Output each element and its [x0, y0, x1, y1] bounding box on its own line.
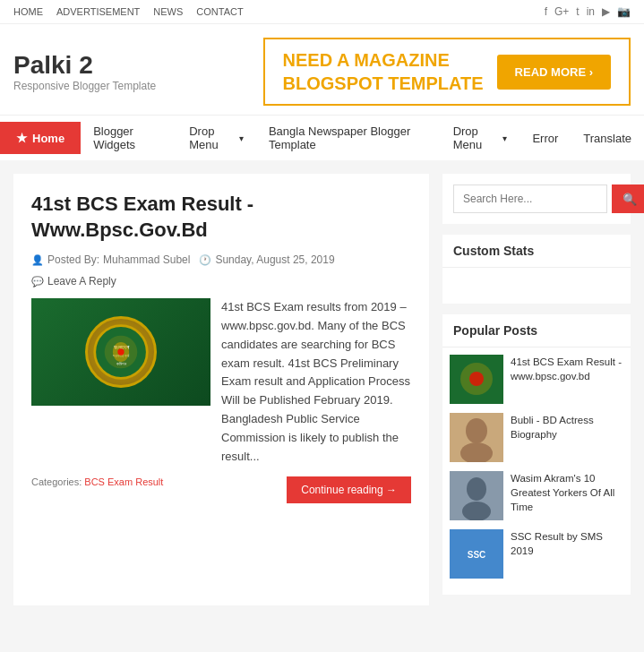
custom-stats-title: Custom Stats	[442, 235, 631, 268]
custom-stats-widget: Custom Stats	[442, 235, 631, 304]
svg-point-14	[467, 477, 486, 501]
categories-label: Categories:	[31, 476, 82, 487]
nav-home-link[interactable]: HOME	[13, 6, 43, 17]
youtube-icon[interactable]: ▶	[602, 5, 610, 18]
popular-post-title-0: 41st BCS Exam Result - www.bpsc.gov.bd	[511, 355, 623, 383]
nav-drop-menu-1[interactable]: Drop Menu ▾	[176, 116, 256, 160]
drop-menu-1-arrow-icon: ▾	[239, 133, 244, 143]
popular-post-item-0[interactable]: 41st BCS Exam Result - www.bpsc.gov.bd	[450, 355, 623, 404]
popular-post-thumb-1	[450, 413, 503, 462]
continue-reading-button[interactable]: Continue reading →	[287, 476, 411, 503]
linkedin-icon[interactable]: in	[587, 5, 595, 18]
search-input[interactable]	[453, 184, 607, 213]
svg-point-11	[466, 418, 487, 443]
popular-posts-title: Popular Posts	[442, 314, 631, 347]
author-icon	[31, 253, 44, 266]
svg-point-6	[117, 349, 124, 356]
article-categories: Categories: BCS Exam Result Continue rea…	[31, 476, 411, 503]
nav-translate[interactable]: Translate	[571, 123, 644, 154]
nav-drop-menu-2[interactable]: Drop Menu ▾	[441, 116, 520, 160]
search-widget: 🔍	[442, 174, 631, 224]
home-star-icon: ★	[16, 131, 28, 145]
ad-read-more-button[interactable]: READ MORE ›	[497, 55, 611, 90]
popular-posts-widget: Popular Posts 41st BCS Exam Result - www…	[442, 314, 631, 595]
ad-text-line1: NEED A	[283, 50, 355, 70]
facebook-icon[interactable]: f	[545, 5, 547, 18]
ad-text: NEED A MAGAZINE BLOGSPOT TEMPLATE	[283, 48, 484, 95]
author-label: Posted By:	[47, 253, 99, 266]
popular-post-thumb-img-1	[450, 413, 503, 462]
popular-posts-list: 41st BCS Exam Result - www.bpsc.gov.bd B…	[442, 347, 631, 595]
nav-advertisement-link[interactable]: ADVERTISEMENT	[56, 6, 140, 17]
popular-post-item-2[interactable]: Wasim Akram's 10 Greatest Yorkers Of All…	[450, 471, 623, 520]
popular-post-thumb-3: SSC	[450, 529, 503, 579]
home-nav-label: Home	[32, 132, 64, 145]
article-author: Posted By: Muhammad Subel	[31, 253, 190, 266]
comment-icon	[31, 275, 44, 287]
drop-menu-1-label: Drop Menu	[189, 124, 236, 151]
popular-post-title-2: Wasim Akram's 10 Greatest Yorkers Of All…	[511, 471, 623, 514]
article-title: 41st BCS Exam Result - Www.Bpsc.Gov.Bd	[31, 192, 411, 243]
nav-error[interactable]: Error	[519, 123, 571, 154]
date-icon	[199, 253, 211, 266]
header-advertisement: NEED A MAGAZINE BLOGSPOT TEMPLATE READ M…	[263, 38, 631, 106]
search-button[interactable]: 🔍	[612, 184, 644, 213]
article-date: Sunday, August 25, 2019	[199, 253, 334, 266]
ad-text-line2: BLOGSPOT TEMPLATE	[283, 73, 484, 93]
article-body: বাংলাদেশ সরকারি কর্ম কমিশন 41st BCS Exam…	[31, 298, 411, 466]
svg-point-15	[462, 502, 491, 520]
author-name: Muhammad Subel	[103, 253, 190, 266]
content-wrapper: 41st BCS Exam Result - Www.Bpsc.Gov.Bd P…	[0, 160, 644, 619]
svg-point-9	[469, 372, 484, 386]
nav-bangla-newspaper[interactable]: Bangla Newspaper Blogger Template	[256, 116, 441, 160]
top-navigation: HOME ADVERTISEMENT NEWS CONTACT f G+ t i…	[0, 0, 644, 24]
article-meta: Posted By: Muhammad Subel Sunday, August…	[31, 253, 411, 287]
sidebar: 🔍 Custom Stats Popular Posts	[442, 174, 631, 605]
svg-text:SSC: SSC	[468, 550, 486, 560]
popular-post-thumb-img-2	[450, 471, 503, 520]
instagram-icon[interactable]: 📷	[617, 5, 631, 18]
drop-menu-2-arrow-icon: ▾	[502, 133, 507, 143]
main-navigation: ★ Home Blogger Widgets Drop Menu ▾ Bangl…	[0, 115, 644, 160]
site-title: Palki 2	[13, 51, 156, 80]
twitter-icon[interactable]: t	[576, 5, 579, 18]
custom-stats-content	[442, 268, 631, 304]
popular-post-thumb-2	[450, 471, 503, 520]
main-content: 41st BCS Exam Result - Www.Bpsc.Gov.Bd P…	[13, 174, 429, 605]
svg-text:কমিশন: কমিশন	[116, 362, 127, 366]
category-exam-result[interactable]: Exam Result	[107, 476, 163, 487]
article-image: বাংলাদেশ সরকারি কর্ম কমিশন	[31, 298, 210, 406]
article-text-preview: 41st BCS Exam results from 2019 – www.bp…	[221, 298, 411, 466]
site-branding: Palki 2 Responsive Blogger Template	[13, 51, 156, 92]
home-nav-button[interactable]: ★ Home	[0, 122, 81, 154]
googleplus-icon[interactable]: G+	[554, 5, 569, 18]
popular-post-thumb-img-3: SSC	[450, 529, 503, 579]
drop-menu-2-label: Drop Menu	[453, 124, 500, 151]
nav-blogger-widgets[interactable]: Blogger Widgets	[81, 116, 176, 160]
top-nav-links: HOME ADVERTISEMENT NEWS CONTACT	[13, 6, 244, 17]
site-tagline: Responsive Blogger Template	[13, 80, 156, 92]
bpsc-emblem: বাংলাদেশ সরকারি কর্ম কমিশন	[85, 316, 157, 388]
social-icons: f G+ t in ▶ 📷	[545, 5, 631, 18]
popular-post-thumb-img-0	[450, 355, 503, 404]
ad-text-highlight: MAGAZINE	[354, 50, 450, 70]
popular-post-thumb-0	[450, 355, 503, 404]
nav-news-link[interactable]: NEWS	[153, 6, 183, 17]
nav-contact-link[interactable]: CONTACT	[196, 6, 243, 17]
popular-post-item-3[interactable]: SSC SSC Result by SMS 2019	[450, 529, 623, 579]
popular-post-title-3: SSC Result by SMS 2019	[511, 529, 623, 558]
popular-post-item-1[interactable]: Bubli - BD Actress Biography	[450, 413, 623, 462]
site-header: Palki 2 Responsive Blogger Template NEED…	[0, 24, 644, 115]
article-image-placeholder: বাংলাদেশ সরকারি কর্ম কমিশন	[31, 298, 210, 406]
comment-label: Leave A Reply	[47, 275, 116, 287]
category-bcs[interactable]: BCS	[84, 476, 105, 487]
popular-post-title-1: Bubli - BD Actress Biography	[511, 413, 623, 442]
date-value: Sunday, August 25, 2019	[215, 253, 334, 266]
article-comment-link[interactable]: Leave A Reply	[31, 275, 116, 287]
